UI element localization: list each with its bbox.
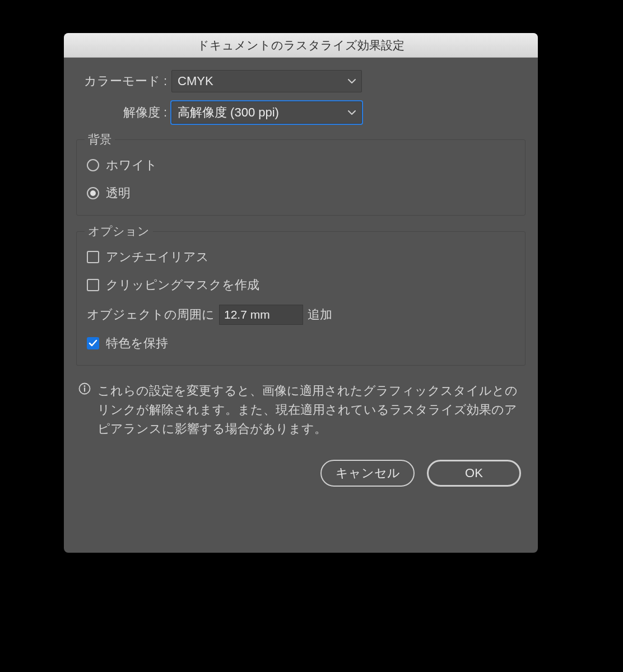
background-white-row[interactable]: ホワイト <box>87 157 515 174</box>
color-mode-row: カラーモード : CMYK <box>76 70 526 92</box>
background-white-label: ホワイト <box>106 157 157 174</box>
dialog-title: ドキュメントのラスタライズ効果設定 <box>197 38 405 53</box>
resolution-row: 解像度 : 高解像度 (300 ppi) <box>76 101 526 124</box>
radio-white[interactable] <box>87 159 99 171</box>
info-icon <box>78 381 94 398</box>
resolution-select[interactable]: 高解像度 (300 ppi) <box>171 101 362 124</box>
options-fieldset: オプション アンチエイリアス クリッピングマスクを作成 オブジェクトの周囲に 追… <box>76 231 526 366</box>
clipping-mask-label: クリッピングマスクを作成 <box>106 277 259 293</box>
ok-button[interactable]: OK <box>427 460 521 487</box>
dialog-content: カラーモード : CMYK 解像度 : 高解像度 (300 ppi) 背景 ホワ <box>64 58 538 487</box>
svg-rect-2 <box>84 388 85 392</box>
info-text: これらの設定を変更すると、画像に適用されたグラフィックスタイルとのリンクが解除さ… <box>94 381 523 438</box>
checkbox-preserve-spot[interactable] <box>87 337 99 349</box>
resolution-value: 高解像度 (300 ppi) <box>178 104 279 121</box>
color-mode-label: カラーモード : <box>76 73 171 90</box>
radio-transparent[interactable] <box>87 187 99 199</box>
background-fieldset: 背景 ホワイト 透明 <box>76 139 526 216</box>
color-mode-select[interactable]: CMYK <box>171 70 362 92</box>
resolution-label: 解像度 : <box>76 104 171 121</box>
chevron-down-icon <box>348 78 356 84</box>
background-transparent-label: 透明 <box>106 185 131 202</box>
add-around-row: オブジェクトの周囲に 追加 <box>87 305 515 325</box>
options-legend: オプション <box>85 223 153 239</box>
cancel-button[interactable]: キャンセル <box>320 460 415 487</box>
svg-point-1 <box>84 385 86 387</box>
info-row: これらの設定を変更すると、画像に適用されたグラフィックスタイルとのリンクが解除さ… <box>76 381 526 438</box>
color-mode-value: CMYK <box>178 74 213 88</box>
antialias-row[interactable]: アンチエイリアス <box>87 249 515 265</box>
ok-label: OK <box>465 466 483 480</box>
preserve-spot-label: 特色を保持 <box>106 335 168 352</box>
add-around-input[interactable] <box>219 305 303 325</box>
cancel-label: キャンセル <box>336 465 400 482</box>
clipping-mask-row[interactable]: クリッピングマスクを作成 <box>87 277 515 293</box>
checkbox-antialias[interactable] <box>87 251 99 263</box>
background-legend: 背景 <box>85 132 115 147</box>
antialias-label: アンチエイリアス <box>106 249 209 265</box>
dialog-titlebar: ドキュメントのラスタライズ効果設定 <box>64 33 538 58</box>
preserve-spot-row[interactable]: 特色を保持 <box>87 335 515 352</box>
background-transparent-row[interactable]: 透明 <box>87 185 515 202</box>
button-row: キャンセル OK <box>76 460 526 487</box>
chevron-down-icon <box>348 110 356 115</box>
rasterize-effects-dialog: ドキュメントのラスタライズ効果設定 カラーモード : CMYK 解像度 : 高解… <box>64 33 538 553</box>
checkbox-clipping-mask[interactable] <box>87 279 99 291</box>
add-around-suffix: 追加 <box>308 306 332 323</box>
add-around-prefix: オブジェクトの周囲に <box>87 306 215 323</box>
